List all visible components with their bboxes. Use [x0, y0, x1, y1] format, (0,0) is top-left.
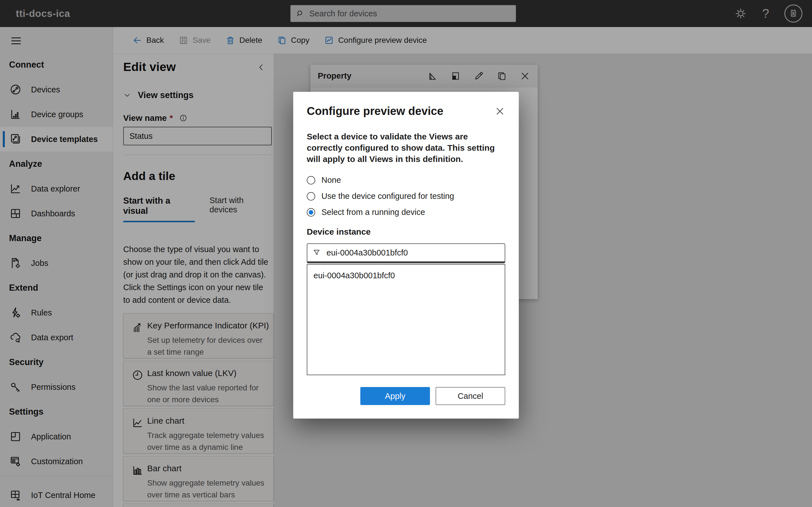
radio-option-none[interactable]: None	[307, 172, 505, 188]
radio-dot	[309, 210, 313, 215]
preview-device-options: NoneUse the device configured for testin…	[307, 172, 505, 220]
dialog-body-text: Select a device to validate the Views ar…	[307, 131, 499, 165]
radio-option-select-from-a-running-device[interactable]: Select from a running device	[307, 204, 505, 220]
radio-option-label: Use the device configured for testing	[321, 191, 454, 201]
device-instance-label: Device instance	[307, 227, 505, 237]
filter-funnel-icon	[312, 248, 321, 257]
close-icon[interactable]	[495, 106, 505, 117]
radio-selected-icon	[307, 208, 315, 217]
radio-option-label: Select from a running device	[321, 208, 425, 217]
device-listbox[interactable]: eui-0004a30b001bfcf0	[307, 264, 505, 375]
configure-preview-device-dialog: Configure preview device Select a device…	[293, 92, 519, 418]
device-filter-input[interactable]	[326, 248, 500, 258]
radio-option-label: None	[321, 175, 341, 185]
radio-unselected-icon	[307, 176, 315, 184]
device-list-item[interactable]: eui-0004a30b001bfcf0	[307, 265, 505, 286]
device-filter-box[interactable]	[307, 243, 505, 263]
dialog-title: Configure preview device	[307, 105, 444, 117]
radio-unselected-icon	[307, 192, 315, 201]
apply-button[interactable]: Apply	[360, 387, 430, 405]
cancel-button[interactable]: Cancel	[436, 387, 505, 405]
radio-option-use-the-device-configured-for-testing[interactable]: Use the device configured for testing	[307, 188, 505, 204]
